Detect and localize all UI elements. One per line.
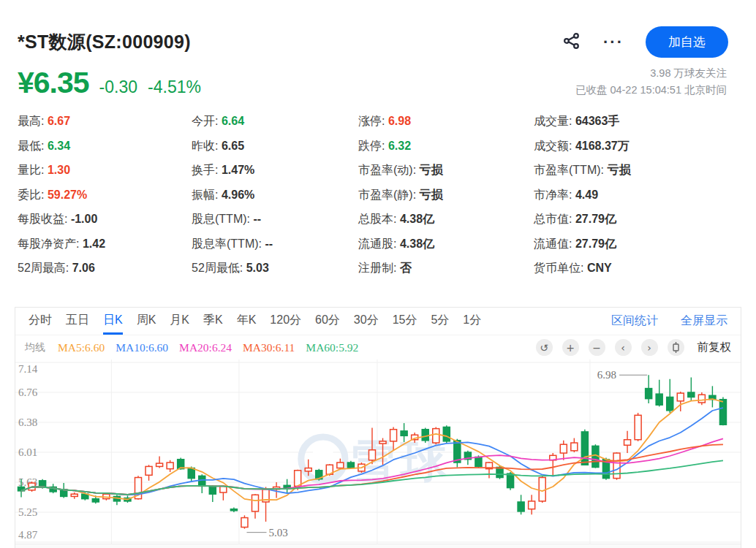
tab-1分[interactable]: 1分 — [463, 308, 481, 335]
tab-五日[interactable]: 五日 — [66, 308, 89, 335]
candle-style-button[interactable] — [668, 339, 684, 356]
chart-toolbar: ↺ + − ‹ › 前复权 — [536, 339, 732, 356]
ellipsis-icon: ··· — [603, 39, 624, 46]
stat-每股收益: 每股收益: -1.00 — [18, 212, 192, 227]
pan-right-button[interactable]: › — [641, 339, 658, 356]
header-actions: ··· 加自选 — [562, 26, 728, 58]
add-watchlist-button[interactable]: 加自选 — [646, 26, 728, 58]
stock-quote-page: *ST数源(SZ:000909) ··· 加自选 ¥6.35 -0.30 -4.… — [0, 0, 756, 281]
tab-5分[interactable]: 5分 — [431, 308, 449, 335]
share-button[interactable] — [562, 31, 581, 53]
date-axis-strip — [15, 544, 741, 548]
tab-日K[interactable]: 日K — [103, 308, 123, 335]
page-title: *ST数源(SZ:000909) — [18, 30, 191, 54]
period-tabs: 分时五日日K周K月K季K年K120分60分30分15分5分1分区间统计全屏显示 — [15, 308, 741, 335]
kline-chart-area[interactable]: 7.146.766.386.015.635.254.87雪球6.985.03 — [15, 359, 741, 544]
kline-chart[interactable]: 7.146.766.386.015.635.254.87雪球6.985.03 — [15, 359, 741, 544]
stat-换手: 换手: 1.47% — [192, 163, 358, 178]
quote-row: ¥6.35 -0.30 -4.51% 3.98 万球友关注 已收盘 04-22 … — [0, 58, 756, 100]
stat-流通值: 流通值: 27.79亿 — [534, 237, 738, 252]
stat-总股本: 总股本: 4.38亿 — [358, 212, 534, 227]
stat-昨收: 昨收: 6.65 — [192, 139, 358, 154]
stat-市盈率(动): 市盈率(动): 亏损 — [358, 163, 534, 178]
svg-text:4.87: 4.87 — [18, 529, 38, 541]
ma-legend-20: MA20:6.24 — [179, 341, 232, 354]
stat-跌停: 跌停: 6.32 — [358, 139, 534, 154]
svg-text:5.03: 5.03 — [269, 527, 288, 539]
candlestick-icon — [672, 342, 680, 353]
zoom-out-button[interactable]: − — [589, 339, 605, 356]
tab-分时[interactable]: 分时 — [29, 308, 52, 335]
pan-left-button[interactable]: ‹ — [615, 339, 632, 356]
tab-120分[interactable]: 120分 — [270, 308, 301, 335]
tab-15分[interactable]: 15分 — [393, 308, 417, 335]
adjust-mode-label[interactable]: 前复权 — [698, 340, 732, 355]
stat-成交量: 成交量: 64363手 — [534, 114, 738, 129]
reset-zoom-button[interactable]: ↺ — [536, 339, 553, 356]
svg-text:6.76: 6.76 — [18, 387, 38, 398]
ma-legend-5: MA5:6.60 — [58, 341, 105, 354]
tab-周K[interactable]: 周K — [137, 308, 156, 335]
ma-legend-60: MA60:5.92 — [306, 341, 358, 354]
stat-委比: 委比: 59.27% — [18, 188, 192, 203]
current-price: ¥6.35 — [18, 66, 89, 100]
tab-年K[interactable]: 年K — [237, 308, 257, 335]
price-change: -0.30 — [99, 77, 137, 97]
stat-振幅: 振幅: 4.96% — [192, 188, 358, 203]
share-icon — [562, 31, 581, 53]
stat-市净率: 市净率: 4.49 — [534, 188, 738, 203]
stat-今开: 今开: 6.64 — [192, 114, 358, 129]
ma-legend-row: 均线 MA5:6.60MA10:6.60MA20:6.24MA30:6.11MA… — [15, 335, 741, 359]
stat-每股净资产: 每股净资产: 1.42 — [18, 237, 192, 252]
stat-市盈率(静): 市盈率(静): 亏损 — [358, 188, 534, 203]
quote-meta: 3.98 万球友关注 已收盘 04-22 15:04:51 北京时间 — [575, 65, 727, 100]
ma-legend-10: MA10:6.60 — [116, 341, 168, 354]
quote-price-group: ¥6.35 -0.30 -4.51% — [18, 66, 201, 100]
more-button[interactable]: ··· — [603, 39, 624, 46]
tab-60分[interactable]: 60分 — [315, 308, 340, 335]
svg-text:6.01: 6.01 — [18, 446, 37, 458]
stat-货币单位: 货币单位: CNY — [534, 261, 738, 276]
ma-legend-items: MA5:6.60MA10:6.60MA20:6.24MA30:6.11MA60:… — [58, 341, 369, 354]
stat-最高: 最高: 6.67 — [18, 114, 192, 129]
stat-涨停: 涨停: 6.98 — [358, 114, 534, 129]
stat-最低: 最低: 6.34 — [18, 139, 192, 154]
stat-流通股: 流通股: 4.38亿 — [358, 237, 534, 252]
followers-count: 3.98 万球友关注 — [575, 65, 727, 82]
chart-links: 区间统计全屏显示 — [611, 313, 727, 329]
ma-legend-title: 均线 — [25, 341, 45, 354]
stat-注册制: 注册制: 否 — [358, 261, 534, 276]
tab-季K[interactable]: 季K — [203, 308, 223, 335]
stat-股息率(TTM): 股息率(TTM): -- — [192, 237, 358, 252]
stat-52周最低: 52周最低: 5.03 — [192, 261, 358, 276]
svg-text:6.38: 6.38 — [18, 416, 37, 428]
chart-card: 分时五日日K周K月K季K年K120分60分30分15分5分1分区间统计全屏显示 … — [15, 307, 741, 548]
ma-legend-30: MA30:6.11 — [243, 341, 295, 354]
svg-text:6.98: 6.98 — [597, 369, 616, 381]
zoom-in-button[interactable]: + — [562, 339, 579, 356]
stat-总市值: 总市值: 27.79亿 — [534, 212, 738, 227]
stats-grid: 最高: 6.67最低: 6.34量比: 1.30委比: 59.27%每股收益: … — [0, 100, 756, 281]
stat-52周最高: 52周最高: 7.06 — [18, 261, 192, 276]
price-change-percent: -4.51% — [148, 77, 201, 97]
stat-成交额: 成交额: 4168.37万 — [534, 139, 738, 154]
svg-text:7.14: 7.14 — [18, 363, 38, 375]
stat-量比: 量比: 1.30 — [18, 163, 192, 178]
stat-股息(TTM): 股息(TTM): -- — [192, 212, 358, 227]
stat-市盈率(TTM): 市盈率(TTM): 亏损 — [534, 163, 738, 178]
svg-text:5.25: 5.25 — [18, 506, 37, 518]
tab-月K[interactable]: 月K — [170, 308, 189, 335]
market-status: 已收盘 04-22 15:04:51 北京时间 — [575, 82, 727, 99]
link-区间统计[interactable]: 区间统计 — [611, 313, 658, 329]
header: *ST数源(SZ:000909) ··· 加自选 — [0, 0, 756, 58]
tab-30分[interactable]: 30分 — [354, 308, 379, 335]
link-全屏显示[interactable]: 全屏显示 — [681, 313, 727, 329]
